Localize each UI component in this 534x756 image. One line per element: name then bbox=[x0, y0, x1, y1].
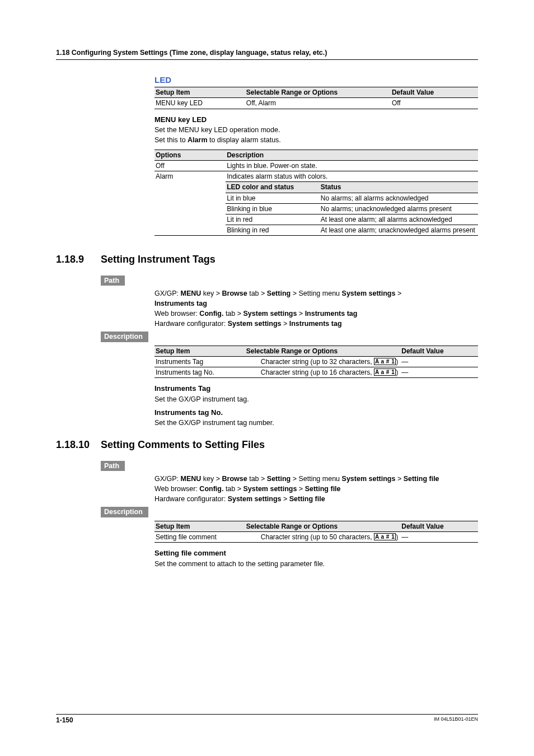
th-options: Options bbox=[154, 150, 226, 160]
document-id: IM 04L51B01-01EN bbox=[434, 716, 478, 725]
th-range: Selectable Range or Options bbox=[245, 521, 400, 531]
menu-key-led-p2: Set this to Alarm to display alarm statu… bbox=[154, 136, 478, 145]
th-setup-item: Setup Item bbox=[154, 346, 245, 356]
page-footer: 1-150 IM 04L51B01-01EN bbox=[56, 714, 478, 725]
table-row: MENU key LED Off, Alarm Off bbox=[154, 98, 478, 109]
setting-file-comment-p: Set the comment to attach to the setting… bbox=[154, 559, 478, 569]
page-header: 1.18 Configuring System Settings (Time z… bbox=[56, 48, 478, 60]
path-block: GX/GP: MENU key > Browse tab > Setting >… bbox=[154, 474, 478, 504]
charset-icon: A a # 1 bbox=[374, 368, 396, 376]
table-row: Off Lights in blue. Power-on state. bbox=[154, 160, 478, 171]
th-description: Description bbox=[226, 150, 478, 160]
th-default: Default Value bbox=[400, 521, 478, 531]
th-setup-item: Setup Item bbox=[154, 87, 245, 98]
table-row: Setting file comment Character string (u… bbox=[154, 532, 478, 543]
table-row: Lit in red At least one alarm; all alarm… bbox=[154, 214, 478, 225]
th-status: Status bbox=[320, 182, 478, 193]
menu-key-led-heading: MENU key LED bbox=[154, 115, 478, 125]
th-setup-item: Setup Item bbox=[154, 521, 245, 531]
section-heading-1-18-10: 1.18.10 Setting Comments to Setting File… bbox=[56, 438, 478, 451]
led-options-table: Options Description Off Lights in blue. … bbox=[154, 150, 478, 236]
charset-icon: A a # 1 bbox=[374, 533, 396, 540]
setting-file-comment-heading: Setting file comment bbox=[154, 548, 478, 558]
charset-icon: A a # 1 bbox=[374, 358, 396, 365]
th-default: Default Value bbox=[400, 346, 478, 356]
setting-file-table: Setup Item Selectable Range or Options D… bbox=[154, 521, 478, 543]
table-row: Blinking in red At least one alarm; unac… bbox=[154, 225, 478, 236]
instruments-tag-heading: Instruments Tag bbox=[154, 384, 478, 394]
instruments-tag-no-heading: Instruments tag No. bbox=[154, 408, 478, 418]
table-row: Alarm Indicates alarm status with colors… bbox=[154, 171, 478, 182]
page-number: 1-150 bbox=[56, 716, 73, 725]
instruments-tag-no-p: Set the GX/GP instrument tag number. bbox=[154, 418, 478, 428]
table-row: Lit in blue No alarms; all alarms acknow… bbox=[154, 193, 478, 203]
table-row: Instruments Tag Character string (up to … bbox=[154, 357, 478, 367]
table-row: LED color and status Status bbox=[154, 182, 478, 193]
th-range: Selectable Range or Options bbox=[245, 346, 400, 356]
th-range: Selectable Range or Options bbox=[245, 87, 391, 98]
th-default: Default Value bbox=[391, 87, 478, 98]
path-label: Path bbox=[101, 461, 125, 472]
menu-key-led-p1: Set the MENU key LED operation mode. bbox=[154, 125, 478, 135]
instruments-tag-table: Setup Item Selectable Range or Options D… bbox=[154, 346, 478, 379]
description-label: Description bbox=[101, 507, 148, 517]
path-label: Path bbox=[101, 276, 125, 286]
table-row: Blinking in blue No alarms; unacknowledg… bbox=[154, 203, 478, 214]
section-heading-1-18-9: 1.18.9 Setting Instrument Tags bbox=[56, 253, 478, 266]
table-row: Instruments tag No. Character string (up… bbox=[154, 367, 478, 378]
path-block: GX/GP: MENU key > Browse tab > Setting >… bbox=[154, 289, 478, 329]
description-label: Description bbox=[101, 332, 148, 342]
th-led-color: LED color and status bbox=[226, 182, 320, 193]
instruments-tag-p: Set the GX/GP instrument tag. bbox=[154, 395, 478, 404]
led-heading: LED bbox=[154, 74, 478, 86]
led-setup-table: Setup Item Selectable Range or Options D… bbox=[154, 87, 478, 109]
